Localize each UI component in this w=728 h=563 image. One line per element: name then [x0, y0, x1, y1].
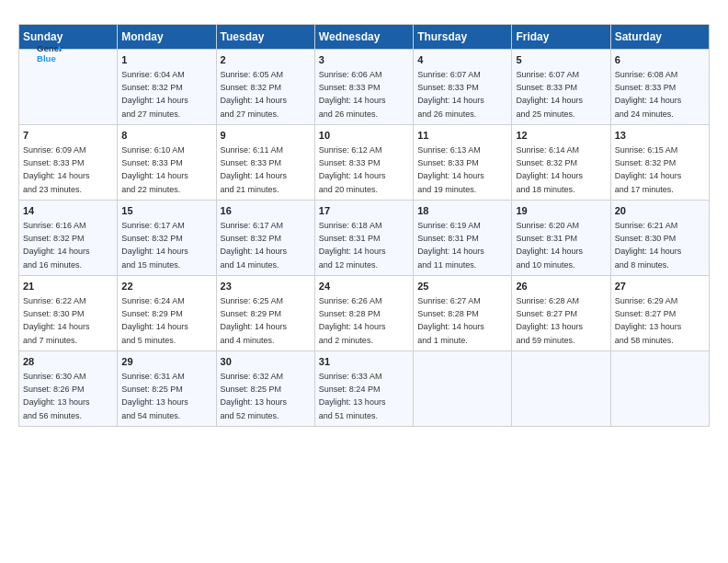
day-number: 13: [615, 129, 705, 143]
calendar-cell: 18Sunrise: 6:19 AM Sunset: 8:31 PM Dayli…: [414, 201, 512, 276]
day-number: 22: [121, 280, 211, 293]
logo: General Blue: [37, 40, 63, 66]
day-number: 9: [221, 129, 311, 143]
weekday-header: Saturday: [610, 25, 709, 50]
calendar-cell: 28Sunrise: 6:30 AM Sunset: 8:26 PM Dayli…: [19, 351, 118, 427]
calendar-cell: 2Sunrise: 6:05 AM Sunset: 8:32 PM Daylig…: [216, 50, 314, 125]
day-number: 17: [319, 204, 409, 218]
day-number: 30: [221, 355, 311, 369]
day-info: Sunrise: 6:08 AM Sunset: 8:33 PM Dayligh…: [615, 70, 682, 118]
day-number: 14: [23, 204, 113, 218]
day-number: 2: [221, 53, 311, 67]
day-info: Sunrise: 6:06 AM Sunset: 8:33 PM Dayligh…: [319, 70, 386, 118]
day-info: Sunrise: 6:17 AM Sunset: 8:32 PM Dayligh…: [121, 221, 188, 269]
day-info: Sunrise: 6:07 AM Sunset: 8:33 PM Dayligh…: [516, 70, 583, 118]
day-number: 15: [121, 204, 211, 218]
day-info: Sunrise: 6:18 AM Sunset: 8:31 PM Dayligh…: [319, 221, 386, 269]
calendar-cell: 17Sunrise: 6:18 AM Sunset: 8:31 PM Dayli…: [314, 201, 413, 276]
day-info: Sunrise: 6:32 AM Sunset: 8:25 PM Dayligh…: [221, 372, 288, 419]
day-number: 16: [221, 204, 311, 218]
day-number: 18: [417, 204, 507, 218]
calendar-cell: 24Sunrise: 6:26 AM Sunset: 8:28 PM Dayli…: [314, 276, 413, 351]
day-info: Sunrise: 6:07 AM Sunset: 8:33 PM Dayligh…: [417, 70, 484, 118]
calendar-week-row: 14Sunrise: 6:16 AM Sunset: 8:32 PM Dayli…: [19, 201, 710, 276]
calendar-week-row: 7Sunrise: 6:09 AM Sunset: 8:33 PM Daylig…: [19, 125, 710, 201]
day-info: Sunrise: 6:20 AM Sunset: 8:31 PM Dayligh…: [516, 221, 583, 269]
calendar-week-row: 1Sunrise: 6:04 AM Sunset: 8:32 PM Daylig…: [19, 50, 710, 125]
day-number: 1: [121, 53, 211, 67]
calendar-cell: 1Sunrise: 6:04 AM Sunset: 8:32 PM Daylig…: [118, 50, 216, 125]
day-info: Sunrise: 6:04 AM Sunset: 8:32 PM Dayligh…: [121, 70, 188, 118]
calendar-cell: 22Sunrise: 6:24 AM Sunset: 8:29 PM Dayli…: [118, 276, 216, 351]
calendar-cell: 30Sunrise: 6:32 AM Sunset: 8:25 PM Dayli…: [216, 351, 314, 427]
day-number: 24: [319, 280, 409, 293]
day-info: Sunrise: 6:24 AM Sunset: 8:29 PM Dayligh…: [121, 296, 188, 344]
day-number: 5: [516, 53, 606, 67]
day-number: 21: [23, 280, 113, 293]
day-info: Sunrise: 6:28 AM Sunset: 8:27 PM Dayligh…: [516, 296, 583, 344]
calendar-cell: [414, 351, 512, 427]
calendar-cell: 21Sunrise: 6:22 AM Sunset: 8:30 PM Dayli…: [19, 276, 118, 351]
calendar-cell: 9Sunrise: 6:11 AM Sunset: 8:33 PM Daylig…: [216, 125, 314, 201]
day-info: Sunrise: 6:27 AM Sunset: 8:28 PM Dayligh…: [417, 296, 484, 344]
calendar-cell: 16Sunrise: 6:17 AM Sunset: 8:32 PM Dayli…: [216, 201, 314, 276]
svg-text:Blue: Blue: [37, 53, 56, 63]
calendar-cell: 29Sunrise: 6:31 AM Sunset: 8:25 PM Dayli…: [118, 351, 216, 427]
day-number: 25: [417, 280, 507, 293]
calendar-header-row: SundayMondayTuesdayWednesdayThursdayFrid…: [19, 25, 710, 50]
calendar-cell: [512, 351, 610, 427]
calendar-cell: [610, 351, 709, 427]
day-number: 28: [23, 355, 113, 369]
calendar-cell: 8Sunrise: 6:10 AM Sunset: 8:33 PM Daylig…: [118, 125, 216, 201]
day-info: Sunrise: 6:17 AM Sunset: 8:32 PM Dayligh…: [221, 221, 288, 269]
day-number: 10: [319, 129, 409, 143]
day-number: 7: [23, 129, 113, 143]
weekday-header: Monday: [118, 25, 216, 50]
calendar-cell: 19Sunrise: 6:20 AM Sunset: 8:31 PM Dayli…: [512, 201, 610, 276]
day-info: Sunrise: 6:26 AM Sunset: 8:28 PM Dayligh…: [319, 296, 386, 344]
day-number: 4: [417, 53, 507, 67]
day-number: 31: [319, 355, 409, 369]
day-number: 20: [615, 204, 705, 218]
day-info: Sunrise: 6:19 AM Sunset: 8:31 PM Dayligh…: [417, 221, 484, 269]
day-info: Sunrise: 6:14 AM Sunset: 8:32 PM Dayligh…: [516, 145, 583, 193]
calendar-cell: 6Sunrise: 6:08 AM Sunset: 8:33 PM Daylig…: [610, 50, 709, 125]
day-info: Sunrise: 6:09 AM Sunset: 8:33 PM Dayligh…: [23, 145, 90, 193]
calendar-cell: 26Sunrise: 6:28 AM Sunset: 8:27 PM Dayli…: [512, 276, 610, 351]
calendar-cell: 23Sunrise: 6:25 AM Sunset: 8:29 PM Dayli…: [216, 276, 314, 351]
calendar-week-row: 21Sunrise: 6:22 AM Sunset: 8:30 PM Dayli…: [19, 276, 710, 351]
day-number: 27: [615, 280, 705, 293]
day-number: 11: [417, 129, 507, 143]
day-info: Sunrise: 6:30 AM Sunset: 8:26 PM Dayligh…: [23, 372, 90, 419]
calendar-table: SundayMondayTuesdayWednesdayThursdayFrid…: [18, 24, 710, 427]
day-info: Sunrise: 6:25 AM Sunset: 8:29 PM Dayligh…: [221, 296, 288, 344]
calendar-cell: 12Sunrise: 6:14 AM Sunset: 8:32 PM Dayli…: [512, 125, 610, 201]
day-number: 3: [319, 53, 409, 67]
day-number: 12: [516, 129, 606, 143]
calendar-cell: 20Sunrise: 6:21 AM Sunset: 8:30 PM Dayli…: [610, 201, 709, 276]
weekday-header: Sunday: [19, 25, 118, 50]
calendar-cell: 13Sunrise: 6:15 AM Sunset: 8:32 PM Dayli…: [610, 125, 709, 201]
calendar-cell: 11Sunrise: 6:13 AM Sunset: 8:33 PM Dayli…: [414, 125, 512, 201]
calendar-cell: 31Sunrise: 6:33 AM Sunset: 8:24 PM Dayli…: [314, 351, 413, 427]
calendar-cell: 10Sunrise: 6:12 AM Sunset: 8:33 PM Dayli…: [314, 125, 413, 201]
day-info: Sunrise: 6:21 AM Sunset: 8:30 PM Dayligh…: [615, 221, 682, 269]
day-number: 23: [221, 280, 311, 293]
day-info: Sunrise: 6:12 AM Sunset: 8:33 PM Dayligh…: [319, 145, 386, 193]
calendar-cell: 3Sunrise: 6:06 AM Sunset: 8:33 PM Daylig…: [314, 50, 413, 125]
day-number: 6: [615, 53, 705, 67]
calendar-cell: 15Sunrise: 6:17 AM Sunset: 8:32 PM Dayli…: [118, 201, 216, 276]
calendar-cell: 27Sunrise: 6:29 AM Sunset: 8:27 PM Dayli…: [610, 276, 709, 351]
day-info: Sunrise: 6:31 AM Sunset: 8:25 PM Dayligh…: [121, 372, 188, 419]
calendar-cell: 7Sunrise: 6:09 AM Sunset: 8:33 PM Daylig…: [19, 125, 118, 201]
calendar-cell: 4Sunrise: 6:07 AM Sunset: 8:33 PM Daylig…: [414, 50, 512, 125]
weekday-header: Friday: [512, 25, 610, 50]
day-info: Sunrise: 6:15 AM Sunset: 8:32 PM Dayligh…: [615, 145, 682, 193]
day-info: Sunrise: 6:16 AM Sunset: 8:32 PM Dayligh…: [23, 221, 90, 269]
day-info: Sunrise: 6:11 AM Sunset: 8:33 PM Dayligh…: [221, 145, 288, 193]
day-info: Sunrise: 6:29 AM Sunset: 8:27 PM Dayligh…: [615, 296, 682, 344]
calendar-cell: [19, 50, 118, 125]
day-number: 19: [516, 204, 606, 218]
calendar-cell: 25Sunrise: 6:27 AM Sunset: 8:28 PM Dayli…: [414, 276, 512, 351]
calendar-week-row: 28Sunrise: 6:30 AM Sunset: 8:26 PM Dayli…: [19, 351, 710, 427]
